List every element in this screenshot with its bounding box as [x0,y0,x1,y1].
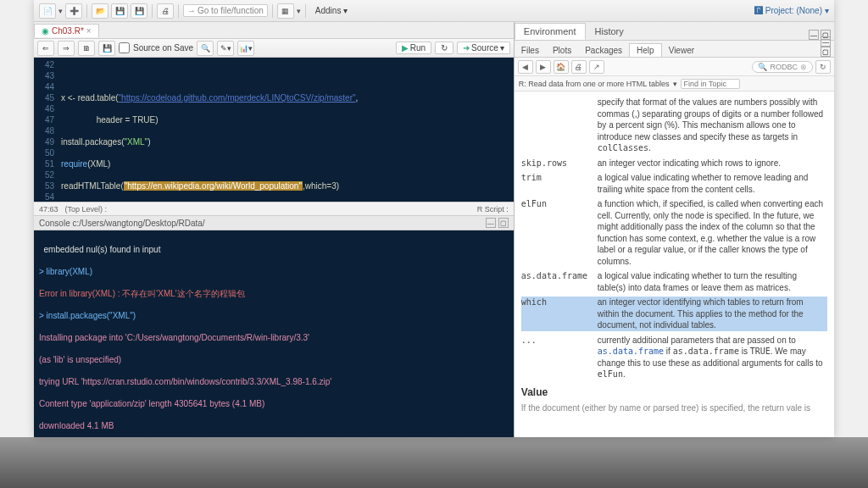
search-icon: 🔍 [758,63,767,71]
goto-placeholder: Go to file/function [198,6,264,15]
console-header: Console c:/Users/wangtong/Desktop/RData/… [34,215,514,230]
save-button[interactable]: 💾 [111,3,128,19]
source-on-save-label: Source on Save [133,43,193,53]
tab-ch03[interactable]: ◉ Ch03.R* × [34,24,99,37]
find-button[interactable]: 🔍 [197,41,214,56]
project-menu[interactable]: 🅿 Project: (None) ▾ [754,6,829,15]
scope-label[interactable]: (Top Level) : [65,205,108,214]
print-button[interactable]: 🖨 [157,3,174,19]
find-in-topic-input[interactable] [681,79,740,89]
minimize-icon[interactable]: — [486,218,496,228]
report-button[interactable]: 📊▾ [237,41,254,56]
help-print-button[interactable]: 🖨 [571,60,587,74]
tab-label: Ch03.R* [52,26,84,36]
wand-button[interactable]: ✎▾ [217,41,234,56]
forward-button[interactable]: ⇒ [58,41,75,56]
refresh-button[interactable]: ↻ [815,60,831,74]
tab-help[interactable]: Help [629,43,662,57]
tab-files[interactable]: Files [515,44,546,57]
source-on-save-checkbox[interactable] [119,42,130,53]
tab-environment[interactable]: Environment [515,23,586,40]
project-icon: 🅿 [754,6,763,15]
help-toolbar: ◀ ▶ 🏠 🖨 ↗ 🔍 RODBC ⊗ ↻ [515,58,834,76]
help-breadcrumb: R: Read data from one or more HTML table… [515,76,834,92]
help-content[interactable]: specify that format of the values are nu… [515,92,834,437]
grid-button[interactable]: ▦ [277,3,294,19]
show-doc-button[interactable]: 🗎 [78,41,95,56]
tab-packages[interactable]: Packages [578,44,629,57]
run-button[interactable]: ▶Run [396,42,431,54]
minimize-icon[interactable]: — [809,30,819,40]
save-all-button[interactable]: 💾 [131,3,147,19]
help-back-button[interactable]: ◀ [518,60,533,74]
file-tabs: ◉ Ch03.R* × [34,22,514,39]
value-text: If the document (either by name or parse… [521,402,827,414]
cursor-pos: 47:63 [39,205,58,214]
editor-toolbar: ⇐ ⇒ 🗎 💾 Source on Save 🔍 ✎▾ 📊▾ ▶Run ↻ ➜S… [34,39,514,58]
console[interactable]: embedded nul(s) found in input > library… [34,230,514,437]
new-file-button[interactable]: 📄 [39,3,56,19]
back-button[interactable]: ⇐ [37,41,54,56]
code-editor[interactable]: 42434445464748495051525354 x <- read.tab… [34,58,514,202]
help-search-input[interactable]: 🔍 RODBC ⊗ [752,61,813,73]
help-home-button[interactable]: 🏠 [554,60,569,74]
code-content[interactable]: x <- read.table("https://codeload.github… [58,58,514,202]
maximize-icon[interactable]: ▢ [821,47,831,57]
value-heading: Value [521,385,827,399]
tab-history[interactable]: History [586,23,633,40]
help-forward-button[interactable]: ▶ [536,60,551,74]
help-search-value: RODBC [770,63,798,71]
tab-viewer[interactable]: Viewer [662,44,701,57]
breadcrumb-text: R: Read data from one or more HTML table… [519,80,670,88]
arrow-right-icon: → [187,6,196,15]
addins-menu[interactable]: Addins ▾ [315,6,348,15]
tab-plots[interactable]: Plots [546,44,578,57]
dropdown-icon[interactable]: ▾ [58,7,63,15]
new-project-button[interactable]: ➕ [65,3,82,19]
goto-input[interactable]: → Go to file/function [183,4,268,17]
help-popout-button[interactable]: ↗ [589,60,604,74]
line-gutter: 42434445464748495051525354 [34,58,58,202]
project-label: Project: (None) [765,6,822,15]
open-file-button[interactable]: 📂 [92,3,108,19]
clear-icon[interactable]: ⊗ [800,63,807,71]
filetype-label[interactable]: R Script : [477,205,509,214]
source-button[interactable]: ➜Source ▾ [457,42,510,54]
main-toolbar: 📄 ▾ ➕ 📂 💾 💾 🖨 → Go to file/function ▦ ▾ … [34,0,834,22]
env-history-tabs: Environment History — ▢ [515,22,834,41]
maximize-icon[interactable]: ▢ [498,218,509,228]
editor-statusbar: 47:63 (Top Level) : R Script : [34,202,514,215]
r-file-icon: ◉ [42,26,49,36]
help-panel-tabs: Files Plots Packages Help Viewer — ▢ [515,41,834,58]
selected-arg-which: whichan integer vector identifying which… [521,297,827,331]
minimize-icon[interactable]: — [821,36,831,47]
save-file-button[interactable]: 💾 [98,41,115,56]
rerun-button[interactable]: ↻ [435,42,453,54]
close-icon[interactable]: × [86,26,92,36]
console-title: Console c:/Users/wangtong/Desktop/RData/ [39,219,205,228]
